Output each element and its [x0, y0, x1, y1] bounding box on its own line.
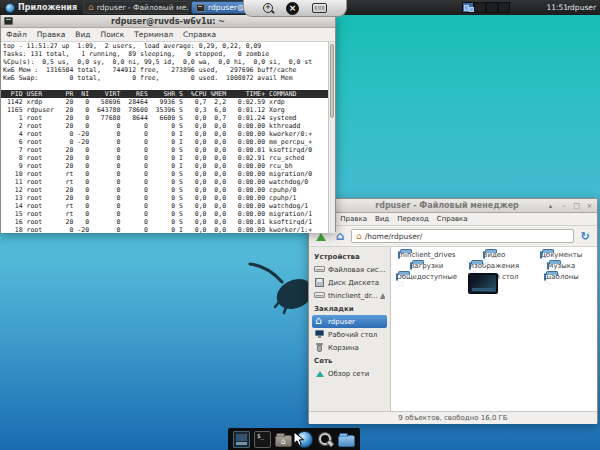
- network-icon: [314, 368, 325, 379]
- file-item-thinclient-drives[interactable]: thinclient_drives: [395, 251, 459, 259]
- drive-icon: [314, 264, 325, 275]
- menu-terminal[interactable]: Терминал: [129, 28, 178, 41]
- public-folder-icon: ⇄: [396, 273, 398, 281]
- top-summary: top - 11:51:27 up 1:09, 2 users, load av…: [1, 42, 335, 82]
- workspace-1[interactable]: [462, 2, 474, 13]
- terminal-output[interactable]: top - 11:51:27 up 1:09, 2 users, load av…: [1, 42, 335, 233]
- workspace-switcher: [462, 2, 510, 13]
- desktop-screen-icon: [468, 273, 498, 294]
- sidebar-item-floppy[interactable]: Диск Дискета: [312, 276, 387, 289]
- terminal-menubar: Файл Правка Вид Поиск Терминал Справка: [1, 28, 335, 42]
- taskbar-button-file-manager[interactable]: ⌂ rdpuser - Файловый ме...: [83, 1, 189, 14]
- close-button[interactable]: ×: [585, 202, 594, 210]
- sidebar-item-desktop[interactable]: Рабочий стол: [312, 328, 387, 341]
- panel-username: rdpuser: [567, 3, 596, 12]
- close-icon[interactable]: ×: [286, 2, 299, 15]
- file-manager-menubar: Файл Правка Вид Переход Справка: [309, 213, 597, 226]
- file-manager-toolbar: ⌂ ⌂ /home/rdpuser/ ↻: [309, 226, 597, 247]
- top-process-rows: 1142 xrdp 20 0 58696 28464 9936 S 0,7 2,…: [1, 98, 335, 233]
- file-item-downloads[interactable]: ↓ Загрузки: [395, 262, 459, 270]
- sidebar-item-home[interactable]: rdpuser: [312, 315, 387, 328]
- sidebar-item-filesystem[interactable]: Файловая сис...: [312, 263, 387, 276]
- menu-help[interactable]: Справка: [178, 28, 221, 41]
- file-item-music[interactable]: ♪ Музыка: [529, 262, 593, 270]
- terminal-scrollbar[interactable]: [328, 42, 335, 233]
- path-field[interactable]: ⌂ /home/rdpuser/: [351, 229, 574, 243]
- mouse-cursor: [293, 431, 306, 447]
- home-icon: ⌂: [88, 3, 94, 12]
- floppy-icon: [314, 277, 325, 288]
- menu-help[interactable]: Справка: [433, 213, 472, 225]
- distro-logo-icon: [5, 3, 15, 13]
- file-item-templates[interactable]: ✎ Шаблоны: [529, 273, 593, 281]
- sidebar-item-network-browse[interactable]: Обзор сети: [312, 367, 387, 380]
- templates-folder-icon: ✎: [544, 273, 546, 281]
- workspace-3[interactable]: [486, 2, 498, 13]
- top-table-header: PID USER PR NI VIRT RES SHR S %CPU %MEM …: [1, 90, 329, 98]
- show-desktop-icon[interactable]: [233, 431, 250, 448]
- minimize-button[interactable]: –: [559, 202, 568, 210]
- file-manager-title: rdpuser - Файловый менеджер: [348, 201, 546, 210]
- eject-icon[interactable]: ▲: [380, 292, 385, 299]
- sidebar-section-devices: Устройства: [312, 250, 387, 263]
- menu-view[interactable]: Вид: [371, 213, 393, 225]
- workspace-2[interactable]: [474, 2, 486, 13]
- file-manager-window: rdpuser - Файловый менеджер ▴ – □ × Файл…: [308, 198, 598, 423]
- keyboard-icon[interactable]: ⠿⠿⠿: [312, 3, 327, 13]
- file-manager-titlebar[interactable]: rdpuser - Файловый менеджер ▴ – □ ×: [309, 199, 597, 213]
- sidebar-item-trash[interactable]: Корзина: [312, 341, 387, 354]
- applications-menu-label: Приложения: [18, 3, 77, 12]
- menu-view[interactable]: Вид: [70, 28, 95, 41]
- folder-icon: [398, 251, 400, 259]
- file-grid: thinclient_drives ▶ Видео ≡ Документы ↓ …: [391, 247, 597, 411]
- drive-icon: [314, 290, 325, 301]
- terminal-icon: [4, 17, 13, 25]
- sidebar-section-network: Сеть: [312, 354, 387, 367]
- terminal-title: rdpuser@ruvds-w6v1u: ~: [13, 17, 323, 26]
- reload-button[interactable]: ↻: [577, 228, 593, 244]
- desktop: rdpuser - Файловый менеджер ▴ – □ × Файл…: [0, 0, 600, 450]
- home-icon: [314, 316, 325, 327]
- desktop-icon: [314, 329, 325, 340]
- clock: 11:51: [546, 3, 568, 12]
- pictures-folder-icon: ◎: [469, 262, 471, 270]
- path-text: /home/rdpuser/: [365, 232, 423, 241]
- terminal-icon: [196, 4, 205, 12]
- menu-edit[interactable]: Правка: [336, 213, 371, 225]
- sidebar-item-thinclient-drive[interactable]: thinclient_dr... ▲: [312, 289, 387, 302]
- video-folder-icon: ▶: [483, 251, 485, 259]
- path-home-icon: ⌂: [356, 232, 362, 241]
- shade-button[interactable]: ▴: [546, 202, 555, 210]
- scrollbar-thumb[interactable]: [330, 44, 334, 118]
- refresh-icon: ↻: [580, 231, 589, 242]
- menu-edit[interactable]: Правка: [32, 28, 71, 41]
- sidebar-section-bookmarks: Закладки: [312, 302, 387, 315]
- terminal-window: rdpuser@ruvds-w6v1u: ~ Файл Правка Вид П…: [0, 14, 336, 232]
- trash-icon: [314, 342, 325, 353]
- search-icon[interactable]: [317, 431, 334, 448]
- home-icon: ⌂: [336, 230, 345, 242]
- home-folder-icon[interactable]: ⌂: [275, 431, 292, 448]
- menu-go[interactable]: Переход: [393, 213, 433, 225]
- file-item-pictures[interactable]: ◎ Изображения: [462, 262, 526, 270]
- applications-menu-button[interactable]: Приложения: [0, 0, 82, 15]
- menu-file[interactable]: Файл: [1, 28, 32, 41]
- terminal-icon[interactable]: $_: [254, 431, 271, 448]
- remote-session-toolbar: × ⠿⠿⠿: [243, 0, 347, 17]
- status-bar: 9 объектов, свободно 16,0 ГБ: [309, 411, 597, 424]
- menu-search[interactable]: Поиск: [96, 28, 130, 41]
- maximize-button[interactable]: □: [572, 202, 581, 210]
- file-manager-icon[interactable]: [338, 431, 355, 448]
- file-item-video[interactable]: ▶ Видео: [462, 251, 526, 259]
- file-item-desktop[interactable]: Рабочий стол: [462, 273, 526, 281]
- file-manager-sidebar: Устройства Файловая сис... Диск Дискета …: [309, 247, 391, 411]
- file-item-documents[interactable]: ≡ Документы: [529, 251, 593, 259]
- file-item-public[interactable]: ⇄ Общедоступные: [395, 273, 459, 281]
- zoom-in-icon[interactable]: [263, 3, 273, 13]
- workspace-4[interactable]: [498, 2, 510, 13]
- downloads-folder-icon: ↓: [410, 262, 412, 270]
